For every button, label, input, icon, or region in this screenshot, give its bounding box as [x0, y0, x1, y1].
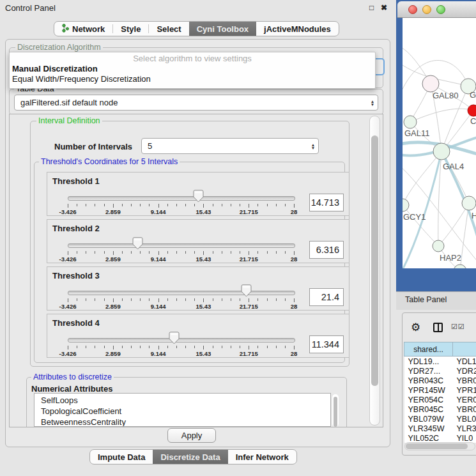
table-cell[interactable]: YDL19...	[404, 357, 453, 367]
table-hscrollbar-thumb[interactable]	[406, 443, 468, 449]
network-edge[interactable]	[410, 109, 473, 122]
tick-mark	[122, 251, 123, 254]
table-row[interactable]: YBL079WYBL0	[404, 414, 476, 424]
table-row[interactable]: YDL19...YDL1	[404, 357, 476, 367]
numerical-attributes-list[interactable]: SelfLoopsTopologicalCoefficientBetweenne…	[34, 393, 331, 427]
network-node[interactable]	[454, 265, 466, 268]
close-traffic-light-icon[interactable]	[408, 5, 417, 14]
network-node[interactable]	[462, 196, 476, 210]
table-row[interactable]: YER054CYER0	[404, 395, 476, 404]
table-cell[interactable]: YDR27...	[404, 366, 453, 376]
table-cell[interactable]: YBR043C	[404, 376, 453, 385]
attribute-list-item[interactable]: BetweennessCentrality	[35, 417, 330, 427]
tick-mark	[77, 346, 77, 348]
table-cell[interactable]: YPR1	[453, 385, 476, 395]
tab-network[interactable]: Network	[54, 22, 112, 36]
table-row[interactable]: YDR27...YDR2	[404, 366, 476, 376]
network-node-label: GAL80	[433, 91, 458, 100]
table-row[interactable]: YPR145WYPR1	[404, 385, 476, 395]
popup-option[interactable]: Equal Width/Frequency Discretization	[10, 74, 375, 84]
table-cell[interactable]: YBR0	[453, 404, 476, 414]
attributes-scrollbar-thumb[interactable]	[334, 397, 337, 427]
tick-mark	[222, 346, 222, 348]
threshold-slider-track[interactable]	[68, 243, 295, 248]
tab-impute-data[interactable]: Impute Data	[90, 450, 153, 464]
table-cell[interactable]: YPR145W	[404, 385, 453, 395]
network-node[interactable]	[403, 199, 409, 211]
tab-infer-network[interactable]: Infer Network	[228, 450, 296, 464]
column-header[interactable]: shared...	[404, 342, 453, 357]
close-window-icon[interactable]: ✖	[381, 3, 387, 12]
apply-button[interactable]: Apply	[167, 428, 216, 443]
table-cell[interactable]: YBL0	[453, 414, 476, 424]
table-cell[interactable]: YER054C	[404, 395, 453, 404]
threshold-slider-handle[interactable]	[169, 332, 180, 344]
threshold-slider-track[interactable]	[68, 338, 295, 342]
network-edge[interactable]	[460, 203, 469, 268]
table-row[interactable]: YBR045CYBR0	[404, 404, 476, 414]
table-data-combo[interactable]: galFiltered.sif default node ▲▼	[14, 95, 378, 111]
column-header[interactable]: n	[453, 342, 476, 357]
popup-placeholder: Select algorithm to view settings	[10, 54, 375, 64]
table-cell[interactable]: YIL0	[453, 433, 476, 443]
main-scrollbar[interactable]	[369, 116, 380, 426]
threshold-slider-handle[interactable]	[193, 190, 204, 203]
gear-icon[interactable]: ⚙	[411, 322, 420, 333]
tick-mark	[194, 251, 195, 254]
minimize-traffic-light-icon[interactable]	[422, 5, 431, 14]
popup-option[interactable]: Manual Discretization	[10, 64, 375, 74]
threshold-slider-track[interactable]	[68, 196, 295, 201]
threshold-value-field[interactable]: 14.713	[309, 194, 344, 211]
table-row[interactable]: YLR345WYLR3	[404, 424, 476, 433]
attributes-list-scrollbar[interactable]	[332, 394, 339, 427]
table-hscrollbar[interactable]	[404, 442, 475, 450]
zoom-traffic-light-icon[interactable]	[436, 5, 445, 14]
network-canvas[interactable]: GAL80GACGAL11GAL4GCY1HHAP2	[403, 18, 476, 268]
table-row[interactable]: YBR043CYBR0	[404, 376, 476, 385]
table-cell[interactable]: YBR045C	[404, 404, 453, 414]
float-window-icon[interactable]: □	[369, 3, 374, 12]
network-node[interactable]	[422, 75, 439, 92]
threshold-value-field[interactable]: 11.344	[309, 335, 344, 353]
slider-ticks	[68, 346, 294, 350]
attributes-group-title: Attributes to discretize	[31, 373, 114, 381]
select-columns-icon[interactable]: ☑☑	[451, 323, 465, 331]
tab-cyni-toolbox[interactable]: Cyni Toolbox	[189, 22, 256, 36]
tick-mark	[140, 298, 141, 301]
table-cell[interactable]: YIL052C	[404, 433, 453, 443]
tab-select[interactable]: Select	[149, 22, 188, 36]
network-node[interactable]	[433, 143, 450, 160]
table-cell[interactable]: YDL1	[453, 357, 476, 367]
table-row[interactable]: YIL052CYIL0	[404, 433, 476, 443]
node-table[interactable]: shared...nYDL19...YDL1YDR27...YDR2YBR043…	[404, 342, 476, 443]
split-columns-icon[interactable]	[433, 323, 443, 332]
attribute-list-item[interactable]: SelfLoops	[35, 395, 330, 406]
tick-label: -3.426	[59, 208, 77, 215]
network-window-titlebar[interactable]	[397, 1, 476, 18]
table-cell[interactable]: YER0	[453, 395, 476, 404]
table-cell[interactable]: YBR0	[453, 376, 476, 385]
table-cell[interactable]: YLR3	[453, 424, 476, 433]
threshold-slider-handle[interactable]	[241, 284, 252, 297]
network-node[interactable]	[433, 240, 444, 252]
tick-mark	[285, 298, 286, 301]
main-scrollbar-thumb[interactable]	[371, 135, 378, 386]
tick-label: 15.43	[196, 350, 211, 357]
tick-mark	[294, 298, 295, 302]
attribute-list-item[interactable]: TopologicalCoefficient	[35, 406, 330, 417]
tab-style[interactable]: Style	[113, 22, 148, 36]
table-cell[interactable]: YBL079W	[404, 414, 453, 424]
table-cell[interactable]: YLR345W	[404, 424, 453, 433]
network-edge[interactable]	[438, 203, 469, 246]
tick-mark	[213, 298, 213, 301]
tab-discretize-data[interactable]: Discretize Data	[153, 450, 227, 464]
number-of-intervals-combo[interactable]: 5 ▲▼	[141, 138, 319, 154]
network-node[interactable]	[404, 116, 417, 128]
threshold-slider-track[interactable]	[68, 291, 295, 295]
threshold-value-field[interactable]: 21.4	[309, 288, 344, 306]
threshold-slider-handle[interactable]	[132, 237, 143, 250]
table-cell[interactable]: YDR2	[453, 366, 476, 376]
tab-jactivemnodules[interactable]: jActiveMNodules	[256, 22, 339, 36]
network-node-selected[interactable]	[468, 105, 476, 116]
threshold-value-field[interactable]: 6.316	[309, 241, 344, 259]
